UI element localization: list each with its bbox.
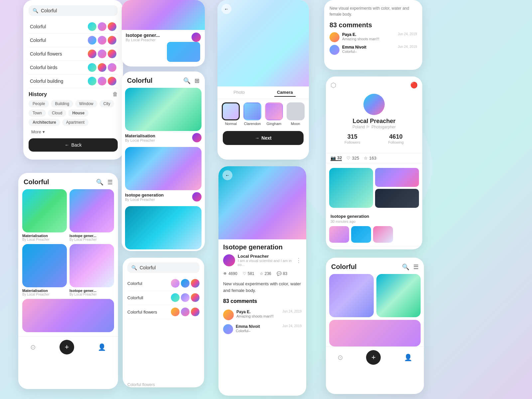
- tag-architecture[interactable]: Architecture: [29, 119, 60, 126]
- item-label: Colorful birds: [30, 65, 57, 70]
- comment-text: Colorful–: [342, 50, 395, 54]
- filter-clarendon[interactable]: Clarendon: [243, 102, 261, 126]
- bottom-nav: ⊙ + 👤: [18, 336, 118, 356]
- thumb: [98, 50, 106, 58]
- photo-cell[interactable]: [375, 168, 419, 187]
- add-button[interactable]: +: [366, 350, 381, 365]
- search-icon[interactable]: 🔍: [402, 263, 409, 271]
- right-info-card: New visual experiments with color, water…: [324, 0, 422, 70]
- list-item[interactable]: Colorful: [29, 20, 118, 34]
- detail-header-image: ←: [218, 166, 306, 239]
- photo-cell[interactable]: [375, 189, 419, 208]
- item-thumbs: [88, 22, 116, 31]
- search-input[interactable]: [140, 265, 196, 270]
- home-icon[interactable]: ⊙: [337, 353, 343, 361]
- more-icon[interactable]: ⋮: [296, 257, 302, 264]
- post-item[interactable]: [125, 206, 201, 249]
- search-icon[interactable]: 🔍: [183, 77, 191, 84]
- stars-engagement[interactable]: ☆ 163: [364, 156, 376, 161]
- bottom-label: Colorful flowers: [123, 319, 204, 387]
- filter-moon[interactable]: Moon: [287, 102, 305, 126]
- item-thumbs: [88, 36, 116, 45]
- tab-photo[interactable]: Photo: [231, 88, 247, 97]
- tag-apartment[interactable]: Apartment: [62, 119, 88, 126]
- feed-item[interactable]: Materialisation By Local Preacher: [22, 189, 67, 241]
- feed-item[interactable]: [22, 299, 114, 332]
- post-info-row: Isotope gener... By Local Preacher: [122, 30, 205, 42]
- filter-normal[interactable]: Normal: [222, 102, 240, 126]
- thumb: [98, 63, 106, 72]
- feed-item[interactable]: Isotope gener... By Local Preacher: [69, 189, 114, 241]
- search-input[interactable]: [41, 8, 114, 13]
- profile-icon[interactable]: 👤: [404, 353, 412, 361]
- thumb: [171, 279, 180, 288]
- grid-icon[interactable]: ⊞: [195, 77, 200, 84]
- post-item[interactable]: Materialisation By Local Preacher: [125, 88, 201, 142]
- search-result-item[interactable]: Colorful flowers: [127, 305, 200, 319]
- thumb-item[interactable]: [373, 226, 393, 243]
- header-icons: 🔍 ☰: [96, 179, 113, 186]
- comment-content: Emma Nivoit Colorful–: [236, 324, 260, 333]
- search-bar[interactable]: 🔍: [127, 262, 200, 273]
- back-button[interactable]: ← Back: [29, 138, 118, 152]
- tag-house[interactable]: House: [68, 109, 88, 117]
- likes-stat[interactable]: ♡ 581: [243, 271, 254, 276]
- item-label: Colorful building: [30, 78, 63, 84]
- tag-cloud[interactable]: Cloud: [48, 109, 66, 117]
- comments-stat[interactable]: 💬 83: [277, 271, 287, 276]
- tag-town[interactable]: Town: [29, 109, 46, 117]
- back-arrow-button[interactable]: ←: [221, 4, 231, 14]
- add-button[interactable]: +: [60, 340, 74, 354]
- post-item[interactable]: Isotope generation By Local Preacher: [125, 147, 201, 201]
- list-item[interactable]: Colorful flowers: [29, 47, 118, 61]
- back-button[interactable]: ←: [222, 170, 232, 180]
- feed-caption: Isotope gener...: [69, 289, 114, 293]
- next-label: Next: [261, 135, 271, 141]
- profile-icon[interactable]: 👤: [98, 343, 106, 351]
- stars-stat[interactable]: ☆ 236: [260, 271, 271, 276]
- feed-item[interactable]: Materialisation By Local Preacher: [22, 244, 67, 296]
- camera-tabs: Photo Camera: [217, 86, 309, 99]
- post-avatar: [192, 33, 201, 42]
- stars-count: 163: [369, 156, 376, 161]
- feed-item[interactable]: [329, 274, 374, 317]
- photo-cell-large[interactable]: [329, 168, 373, 208]
- tag-window[interactable]: Window: [75, 100, 97, 107]
- search-result-item[interactable]: Colorful: [127, 276, 200, 291]
- filter-gingham[interactable]: Gingham: [265, 102, 283, 126]
- list-item[interactable]: Colorful: [29, 34, 118, 47]
- thumb: [108, 50, 116, 58]
- search-icon[interactable]: 🔍: [96, 179, 103, 186]
- comment-text: Amazing shoots man!!!: [236, 314, 274, 318]
- comments-count-label: 83 comments: [330, 21, 417, 29]
- tag-city[interactable]: City: [99, 100, 114, 107]
- feed-by: By Local Preacher: [69, 238, 114, 241]
- delete-icon[interactable]: 🗑: [112, 91, 118, 97]
- more-button[interactable]: More ▾: [29, 129, 118, 135]
- home-icon[interactable]: ⊙: [30, 343, 36, 351]
- tag-people[interactable]: People: [29, 100, 49, 107]
- next-button[interactable]: → Next: [223, 131, 304, 145]
- menu-icon[interactable]: ☰: [107, 179, 113, 186]
- role-text: Photogarpher: [371, 125, 396, 129]
- profile-name: Local Preacher: [352, 118, 395, 125]
- list-item[interactable]: Colorful birds: [29, 61, 118, 74]
- feed-item[interactable]: Isotope gener... By Local Preacher: [69, 244, 114, 296]
- menu-icon[interactable]: ☰: [413, 263, 419, 271]
- thumb-item[interactable]: [351, 226, 371, 243]
- thumb-item[interactable]: [329, 226, 349, 243]
- notification-icon[interactable]: 🔴: [410, 81, 418, 89]
- list-item[interactable]: Colorful building: [29, 74, 118, 88]
- heart-icon: ♡: [243, 271, 246, 276]
- posts-engagement[interactable]: 📷 32: [331, 155, 342, 161]
- feed-item[interactable]: [376, 274, 421, 317]
- followers-stat: 315 Followers: [344, 133, 360, 144]
- feed-scroll: Materialisation By Local Preacher Isotop…: [122, 88, 205, 251]
- search-bar[interactable]: 🔍: [29, 5, 118, 16]
- tab-camera[interactable]: Camera: [274, 88, 296, 97]
- tag-building[interactable]: Building: [51, 100, 73, 107]
- likes-engagement[interactable]: ♡ 325: [346, 156, 359, 161]
- search-result-item[interactable]: Colorfull: [127, 291, 200, 305]
- feed-item[interactable]: [329, 320, 421, 346]
- thumb: [191, 308, 200, 316]
